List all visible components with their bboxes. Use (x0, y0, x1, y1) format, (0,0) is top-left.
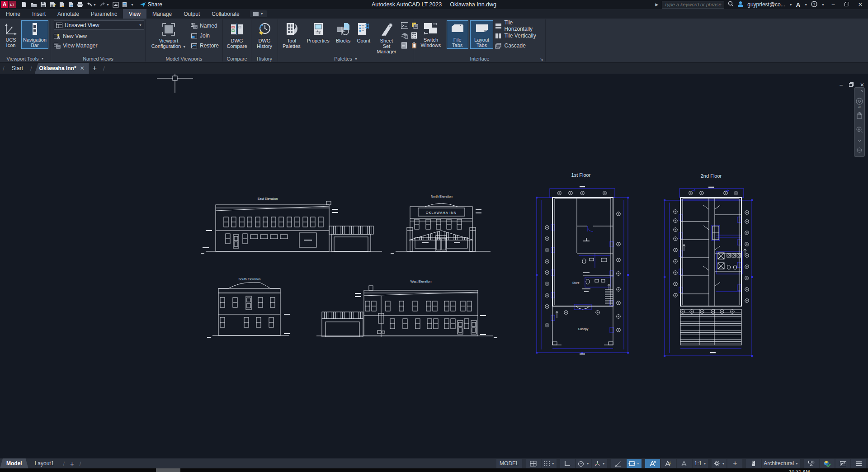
print-icon[interactable] (77, 2, 83, 8)
search-collapse-icon[interactable]: ▶ (655, 2, 658, 7)
object-snap-tracking-toggle[interactable] (611, 459, 626, 468)
ortho-toggle[interactable] (560, 459, 575, 468)
new-drawing-button[interactable]: + (89, 64, 100, 72)
model-space-button[interactable]: MODEL (496, 459, 522, 468)
object-snap-toggle[interactable]: ▼ (627, 459, 642, 468)
close-button[interactable]: ✕ (855, 1, 865, 8)
help-dropdown-icon[interactable]: ▼ (821, 3, 825, 6)
file-tab-oklawaha[interactable]: Oklawaha Inn* ✕ (35, 63, 89, 74)
restore-viewports-button[interactable]: Restore (191, 41, 219, 50)
layout-tabs-button[interactable]: Layout Tabs (470, 20, 494, 49)
units-icon[interactable] (746, 459, 761, 468)
search-icon[interactable] (728, 1, 734, 8)
new-layout-button[interactable]: + (67, 460, 77, 467)
isodraft-dropdown-icon[interactable]: ▼ (602, 462, 605, 465)
isolate-objects-button[interactable] (804, 459, 819, 468)
view-dropdown-arrow-icon[interactable]: ▼ (139, 24, 142, 27)
properties-button[interactable]: Properties (305, 20, 331, 44)
units-value[interactable]: Architectural▼ (762, 459, 800, 468)
minimize-button[interactable]: – (828, 1, 838, 8)
panel-label-named-views[interactable]: Named Views (51, 55, 145, 62)
switch-windows-button[interactable]: Switch Windows (417, 20, 445, 49)
autodesk-dropdown-icon[interactable]: ▼ (804, 3, 807, 6)
first-floor-plan[interactable]: 1st Floor (536, 172, 629, 354)
redo-button[interactable]: ▼ (99, 2, 109, 7)
polar-tracking-toggle[interactable]: ▼ (576, 459, 591, 468)
model-tab[interactable]: Model (0, 458, 28, 468)
view-dropdown[interactable]: Unsaved View ▼ (54, 20, 144, 30)
annotation-scale-value[interactable]: 1:1▼ (693, 459, 708, 468)
crosshair-size-button[interactable]: + (727, 459, 742, 468)
undo-button[interactable]: ▼ (86, 2, 96, 7)
panel-label-history[interactable]: History (251, 55, 278, 62)
interface-dialog-launcher-icon[interactable]: ↘ (540, 57, 543, 61)
graphics-performance-button[interactable] (820, 459, 835, 468)
annotation-autoscale-toggle[interactable] (661, 459, 676, 468)
snap-toggle[interactable]: ▼ (542, 459, 557, 468)
annotation-visibility-toggle[interactable] (645, 459, 660, 468)
tab-home[interactable]: Home (0, 9, 26, 19)
drawing-minimize-icon[interactable]: – (840, 82, 843, 88)
autodesk-logo-icon[interactable]: A (796, 1, 800, 8)
new-view-button[interactable]: New View (54, 32, 87, 41)
navigation-bar-button[interactable]: Navigation Bar (21, 20, 48, 49)
named-viewports-button[interactable]: Named (191, 21, 219, 30)
gear-dropdown-icon[interactable]: ▼ (722, 462, 725, 465)
ribbon-display-dropdown-icon[interactable]: ▼ (260, 12, 264, 15)
tool-palettes-button[interactable]: Tool Palettes (281, 20, 302, 50)
tab-collaborate[interactable]: Collaborate (206, 9, 245, 19)
tab-output[interactable]: Output (178, 9, 206, 19)
restore-button[interactable] (842, 1, 852, 8)
drawing-canvas[interactable]: East Elevation North Elevation OKLAWAHA … (0, 74, 868, 458)
tab-manage[interactable]: Manage (146, 9, 178, 19)
file-tab-start[interactable]: Start (7, 63, 28, 74)
customization-gear-button[interactable]: ▼ (712, 459, 726, 468)
share-button[interactable]: Share (140, 1, 162, 8)
cascade-button[interactable]: Cascade (495, 41, 542, 50)
help-icon[interactable]: ? (811, 1, 817, 9)
plot-icon[interactable] (59, 2, 65, 8)
isodraft-toggle[interactable]: ▼ (592, 459, 607, 468)
command-line-icon[interactable] (401, 22, 409, 30)
account-name[interactable]: guypriest@co... (747, 1, 785, 8)
properties-qat-icon[interactable] (122, 2, 127, 8)
annotation-scale-icon[interactable] (677, 459, 692, 468)
view-manager-button[interactable]: View Manager (54, 41, 98, 50)
drawing-area[interactable]: East Elevation North Elevation OKLAWAHA … (0, 74, 868, 458)
tab-view[interactable]: View (123, 9, 146, 19)
grid-toggle[interactable] (526, 459, 541, 468)
dwg-compare-button[interactable]: DWG Compare (225, 20, 249, 50)
clean-screen-button[interactable] (835, 459, 850, 468)
blocks-button[interactable]: Blocks (334, 20, 352, 44)
osnap-dropdown-icon[interactable]: ▼ (637, 462, 640, 465)
quick-calc-icon[interactable] (401, 42, 409, 50)
user-avatar-icon[interactable] (737, 1, 744, 8)
open-folder-icon[interactable] (30, 2, 37, 8)
panel-label-palettes[interactable]: Palettes▼ (278, 55, 414, 62)
save-as-icon[interactable] (49, 2, 56, 8)
new-file-icon[interactable] (21, 1, 27, 8)
tab-insert[interactable]: Insert (26, 9, 52, 19)
account-dropdown-icon[interactable]: ▼ (789, 3, 793, 6)
panel-label-interface[interactable]: Interface ↘ (414, 55, 545, 62)
tab-annotate[interactable]: Annotate (52, 9, 85, 19)
save-icon[interactable] (40, 2, 46, 8)
scale-dropdown-icon[interactable]: ▼ (703, 462, 706, 465)
tile-vertically-button[interactable]: Tile Vertically (495, 31, 542, 40)
second-floor-plan[interactable]: 2nd Floor (664, 173, 753, 357)
panel-label-model-viewports[interactable]: Model Viewports (146, 55, 222, 62)
drawing-restore-icon[interactable] (849, 82, 854, 88)
navigation-bar-overlay[interactable]: 2D (854, 87, 865, 157)
taskbar-item[interactable] (156, 468, 180, 472)
panel-label-viewport-tools[interactable]: Viewport Tools▼ (0, 55, 51, 62)
sheet-set-manager-button[interactable]: Sheet Set Manager (375, 20, 398, 55)
qat-customize-icon[interactable]: ▼ (131, 3, 134, 6)
snap-dropdown-icon[interactable]: ▼ (552, 462, 555, 465)
close-tab-icon[interactable]: ✕ (80, 65, 85, 71)
plot-preview-icon[interactable] (113, 2, 119, 8)
publish-icon[interactable] (68, 2, 74, 8)
file-tabs-button[interactable]: File Tabs (447, 20, 468, 49)
redo-dropdown-icon[interactable]: ▼ (106, 3, 109, 6)
count-button[interactable]: Count (355, 20, 372, 44)
layer-states-icon[interactable] (401, 32, 409, 40)
